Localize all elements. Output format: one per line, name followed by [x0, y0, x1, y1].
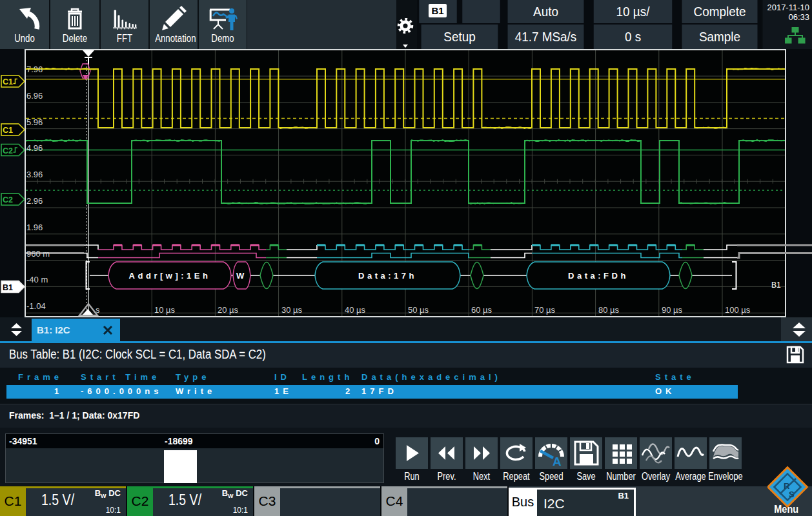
- svg-text:B1: B1: [771, 281, 781, 290]
- svg-text:960 m: 960 m: [26, 249, 50, 259]
- svg-text:70 µs: 70 µs: [534, 305, 556, 315]
- svg-text:100 µs: 100 µs: [725, 305, 751, 315]
- svg-text:2.96: 2.96: [26, 196, 43, 206]
- svg-text:C1: C1: [3, 126, 13, 135]
- svg-text:5.96: 5.96: [26, 117, 43, 127]
- svg-text:80 µs: 80 µs: [598, 305, 620, 315]
- svg-text:-1.04: -1.04: [26, 301, 46, 311]
- svg-text:6.96: 6.96: [26, 91, 43, 101]
- svg-text:C1: C1: [3, 77, 13, 86]
- svg-text:90 µs: 90 µs: [662, 305, 683, 315]
- svg-text:Data:17h: Data:17h: [358, 271, 417, 281]
- svg-text:60 µs: 60 µs: [471, 305, 492, 315]
- svg-text:20 µs: 20 µs: [218, 305, 239, 315]
- svg-text:Data:FDh: Data:FDh: [568, 271, 629, 281]
- svg-text:S: S: [789, 490, 795, 499]
- svg-text:C2: C2: [3, 195, 13, 204]
- svg-text:3.96: 3.96: [26, 170, 43, 179]
- svg-text:10 µs: 10 µs: [154, 305, 176, 315]
- svg-text:40 µs: 40 µs: [345, 305, 366, 315]
- svg-text:W: W: [236, 271, 247, 281]
- svg-text:-40 m: -40 m: [26, 275, 48, 284]
- svg-text:Addr[w]:1Eh: Addr[w]:1Eh: [129, 271, 211, 281]
- svg-text:1.96: 1.96: [26, 223, 43, 232]
- svg-text:30 µs: 30 µs: [281, 305, 303, 315]
- svg-text:A: A: [553, 455, 562, 468]
- svg-text:C2: C2: [3, 146, 13, 155]
- svg-text:B1: B1: [3, 283, 13, 292]
- svg-text:50 µs: 50 µs: [408, 305, 429, 315]
- svg-text:4.96: 4.96: [26, 143, 43, 153]
